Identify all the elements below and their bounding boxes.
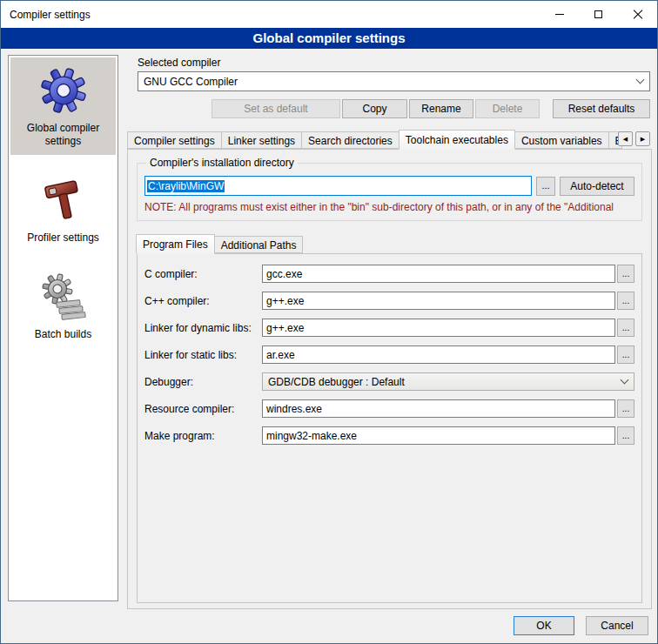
- sidebar-item-batch-builds[interactable]: Batch builds: [10, 264, 116, 348]
- copy-button[interactable]: Copy: [342, 99, 407, 118]
- compiler-select[interactable]: GNU GCC Compiler: [138, 71, 650, 91]
- window-controls: [540, 1, 657, 28]
- compiler-buttons-row: Set as default Copy Rename Delete Reset …: [138, 99, 650, 118]
- sidebar-item-label: Profiler settings: [27, 231, 99, 245]
- subtab-additional-paths[interactable]: Additional Paths: [215, 236, 304, 253]
- close-button[interactable]: [618, 1, 657, 28]
- resource-compiler-label: Resource compiler:: [144, 403, 262, 415]
- tab-search-directories[interactable]: Search directories: [302, 131, 400, 149]
- main-panel: Selected compiler GNU GCC Compiler Set a…: [127, 53, 652, 609]
- debugger-select-value: GDB/CDB debugger : Default: [268, 376, 621, 388]
- selected-text: C:\raylib\MinGW: [147, 180, 225, 192]
- browse-button[interactable]: ...: [617, 319, 634, 337]
- minimize-button[interactable]: [540, 1, 579, 28]
- gear-icon: [39, 66, 88, 115]
- tab-linker-settings[interactable]: Linker settings: [222, 131, 302, 149]
- compiler-settings-dialog: Compiler settings Global compiler settin…: [0, 0, 658, 644]
- maximize-button[interactable]: [579, 1, 618, 28]
- dynamic-linker-label: Linker for dynamic libs:: [144, 322, 262, 334]
- ok-button[interactable]: OK: [514, 616, 574, 635]
- debugger-label: Debugger:: [144, 376, 262, 388]
- note-text: NOTE: All programs must exist either in …: [144, 201, 634, 213]
- sidebar-item-global-compiler-settings[interactable]: Global compiler settings: [10, 57, 116, 155]
- tab-scroll-buttons: ◀ ▶: [618, 131, 650, 146]
- installation-directory-group-title: Compiler's installation directory: [146, 157, 298, 169]
- chevron-down-icon: [636, 76, 645, 84]
- compiler-select-value: GNU GCC Compiler: [144, 76, 637, 88]
- resource-compiler-input[interactable]: [262, 399, 615, 418]
- tab-toolchain-executables[interactable]: Toolchain executables: [399, 130, 515, 150]
- dialog-footer: OK Cancel: [514, 616, 648, 635]
- c-compiler-input[interactable]: [262, 265, 615, 283]
- rename-button[interactable]: Rename: [409, 99, 473, 118]
- browse-button[interactable]: ...: [617, 265, 634, 283]
- toolchain-executables-panel: Compiler's installation directory C:\ray…: [127, 149, 652, 609]
- field-row-debugger: Debugger: GDB/CDB debugger : Default: [144, 372, 634, 391]
- field-row-static-linker: Linker for static libs: ...: [144, 345, 634, 364]
- browse-button[interactable]: ...: [617, 399, 634, 418]
- chevron-down-icon: [621, 376, 629, 385]
- tab-scroll-right-button[interactable]: ▶: [635, 131, 650, 146]
- installation-directory-group: Compiler's installation directory C:\ray…: [137, 157, 642, 221]
- batch-builds-icon: [39, 272, 88, 321]
- program-files-panel: C compiler: ... C++ compiler: ... Linker…: [137, 253, 642, 603]
- maximize-icon: [594, 10, 602, 18]
- browse-directory-button[interactable]: ...: [536, 177, 555, 196]
- browse-button[interactable]: ...: [617, 345, 634, 364]
- browse-button[interactable]: ...: [617, 292, 634, 310]
- installation-directory-input[interactable]: C:\raylib\MinGW: [144, 176, 532, 196]
- profiler-tool-icon: [39, 176, 88, 225]
- make-program-input[interactable]: [262, 426, 615, 445]
- browse-button[interactable]: ...: [617, 426, 634, 445]
- sidebar-item-label: Batch builds: [35, 328, 91, 341]
- selected-compiler-label: Selected compiler: [138, 57, 650, 69]
- auto-detect-button[interactable]: Auto-detect: [560, 177, 634, 196]
- subtab-program-files[interactable]: Program Files: [136, 234, 215, 254]
- settings-sidebar: Global compiler settings Profiler settin…: [8, 55, 118, 601]
- close-icon: [633, 10, 643, 20]
- sidebar-item-label: Global compiler settings: [12, 122, 114, 148]
- field-row-cpp-compiler: C++ compiler: ...: [144, 292, 634, 310]
- tab-scroll-left-button[interactable]: ◀: [618, 131, 633, 146]
- cpp-compiler-input[interactable]: [262, 292, 615, 310]
- delete-button[interactable]: Delete: [475, 99, 540, 118]
- field-row-resource-compiler: Resource compiler: ...: [144, 399, 634, 418]
- field-row-dynamic-linker: Linker for dynamic libs: ...: [144, 319, 634, 337]
- field-row-make-program: Make program: ...: [144, 426, 634, 445]
- set-as-default-button[interactable]: Set as default: [212, 99, 340, 118]
- tab-compiler-settings[interactable]: Compiler settings: [127, 131, 222, 149]
- installation-directory-row: C:\raylib\MinGW ... Auto-detect: [144, 176, 634, 196]
- window-title: Compiler settings: [1, 9, 540, 21]
- static-linker-label: Linker for static libs:: [144, 349, 262, 361]
- c-compiler-label: C compiler:: [144, 268, 262, 280]
- debugger-select[interactable]: GDB/CDB debugger : Default: [262, 372, 634, 391]
- minimize-icon: [555, 14, 564, 15]
- program-subtabbar: Program Files Additional Paths: [137, 233, 651, 253]
- page-title: Global compiler settings: [1, 28, 657, 49]
- cpp-compiler-label: C++ compiler:: [144, 295, 262, 307]
- settings-tabbar: Compiler settings Linker settings Search…: [127, 129, 652, 149]
- titlebar: Compiler settings: [1, 1, 657, 28]
- reset-defaults-button[interactable]: Reset defaults: [553, 99, 650, 118]
- field-row-c-compiler: C compiler: ...: [144, 265, 634, 283]
- sidebar-item-profiler-settings[interactable]: Profiler settings: [10, 167, 116, 252]
- tab-custom-variables[interactable]: Custom variables: [515, 131, 609, 149]
- make-program-label: Make program:: [144, 430, 262, 442]
- dynamic-linker-input[interactable]: [262, 319, 615, 337]
- static-linker-input[interactable]: [262, 345, 615, 364]
- cancel-button[interactable]: Cancel: [586, 616, 648, 635]
